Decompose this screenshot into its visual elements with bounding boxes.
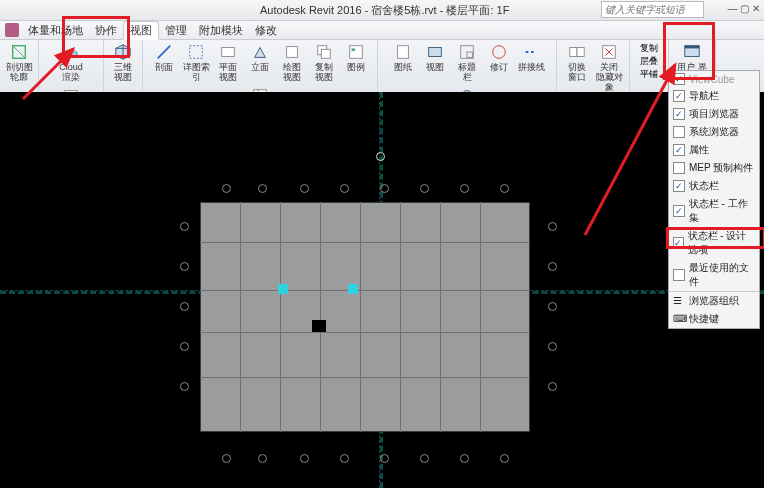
selected-element xyxy=(348,284,358,294)
menu-item-recent-files[interactable]: 最近使用的文件 xyxy=(669,259,759,291)
sheet-button[interactable]: 图纸 xyxy=(389,42,417,72)
legend-button[interactable]: 图例 xyxy=(342,42,370,72)
window-controls[interactable]: — ▢ ✕ xyxy=(727,3,760,14)
view-canvas[interactable] xyxy=(0,92,764,488)
panel-windows: 切换 窗口 关闭 隐藏对象 xyxy=(557,40,630,94)
grid-bubble xyxy=(300,454,309,463)
duplicate-view-button[interactable]: 复制 视图 xyxy=(310,42,338,82)
menu-item-system-browser[interactable]: 系统浏览器 xyxy=(669,123,759,141)
app-menu-icon[interactable] xyxy=(5,23,19,37)
grid-bubble xyxy=(420,184,429,193)
svg-rect-3 xyxy=(190,46,203,59)
panel-sheet-composition: 图纸 视图 标题 栏 修订 拼接线 视图 参照 图纸组合 xyxy=(378,40,557,94)
grid-bubble xyxy=(460,184,469,193)
menu-item-statusbar[interactable]: ✓状态栏 xyxy=(669,177,759,195)
section-button[interactable]: 剖面 xyxy=(150,42,178,72)
void-element xyxy=(312,320,326,332)
svg-rect-14 xyxy=(467,52,472,57)
grid-bubble xyxy=(340,454,349,463)
tree-icon: ☰ xyxy=(673,295,685,307)
svg-rect-21 xyxy=(685,46,699,49)
menu-item-viewcube[interactable]: ✓ViewCube xyxy=(669,71,759,87)
switch-windows-button[interactable]: 切换 窗口 xyxy=(563,42,591,82)
grid-bubble xyxy=(222,184,231,193)
svg-rect-17 xyxy=(570,48,577,57)
menu-item-mep-fab[interactable]: MEP 预制构件 xyxy=(669,159,759,177)
panel-render: Cloud 渲染 渲染 库 xyxy=(39,40,104,94)
cube-icon xyxy=(113,42,133,62)
grid-bubble xyxy=(548,342,557,351)
ribbon-tabs: 体量和场地 协作 视图 管理 附加模块 修改 xyxy=(0,21,764,40)
grid-bubble xyxy=(548,222,557,231)
grid-bubble xyxy=(500,184,509,193)
svg-rect-9 xyxy=(352,48,356,51)
callout-icon xyxy=(186,42,206,62)
menu-item-statusbar-worksets[interactable]: ✓状态栏 - 工作集 xyxy=(669,195,759,227)
svg-point-1 xyxy=(65,50,78,57)
grid-bubble xyxy=(258,184,267,193)
panel-3d: 三维 视图 xyxy=(104,40,143,94)
panel-tile: 复制 层叠 平铺 xyxy=(630,40,669,94)
tab-modify[interactable]: 修改 xyxy=(249,22,283,39)
elevation-marker xyxy=(376,152,385,161)
keyboard-icon: ⌨ xyxy=(673,313,685,325)
elevation-button[interactable]: 立面 xyxy=(246,42,274,72)
drafting-view-button[interactable]: 绘图 视图 xyxy=(278,42,306,82)
grid-bubble xyxy=(420,454,429,463)
tab-view[interactable]: 视图 xyxy=(123,21,159,40)
callout-button[interactable]: 详图索引 xyxy=(182,42,210,82)
switch-icon xyxy=(567,42,587,62)
grid-bubble xyxy=(180,262,189,271)
replicate-button[interactable]: 复制 xyxy=(640,42,658,55)
grid-bubble xyxy=(460,454,469,463)
svg-rect-7 xyxy=(321,49,330,58)
plan-view-button[interactable]: 平面 视图 xyxy=(214,42,242,82)
grid-bubble xyxy=(180,342,189,351)
svg-rect-8 xyxy=(350,46,363,59)
menu-item-project-browser[interactable]: ✓项目浏览器 xyxy=(669,105,759,123)
revision-icon xyxy=(489,42,509,62)
close-hidden-icon xyxy=(599,42,619,62)
sheet-icon xyxy=(393,42,413,62)
cloud-render-button[interactable]: Cloud 渲染 xyxy=(57,42,85,82)
menu-item-statusbar-design[interactable]: ✓状态栏 - 设计选项 xyxy=(669,227,759,259)
svg-rect-5 xyxy=(287,47,298,58)
ribbon: 剖切图 轮廓 Cloud 渲染 渲染 库 三维 视图 剖 xyxy=(0,40,764,95)
menu-item-navbar[interactable]: ✓导航栏 xyxy=(669,87,759,105)
cut-profile-button[interactable]: 剖切图 轮廓 xyxy=(5,42,33,82)
grid-bubble xyxy=(340,184,349,193)
tile-button[interactable]: 平铺 xyxy=(640,68,658,81)
panel-create: 剖面 详图索引 平面 视图 立面 绘图 视图 复制 视图 图例 明细表 创建 xyxy=(143,40,378,94)
tab-collaborate[interactable]: 协作 xyxy=(89,22,123,39)
legend-icon xyxy=(346,42,366,62)
selected-element xyxy=(278,284,288,294)
matchline-button[interactable]: 拼接线 xyxy=(517,42,545,72)
user-interface-menu: ✓ViewCube ✓导航栏 ✓项目浏览器 系统浏览器 ✓属性 MEP 预制构件… xyxy=(668,70,760,329)
titleblock-icon xyxy=(457,42,477,62)
elevation-icon xyxy=(250,42,270,62)
grid-bubble xyxy=(180,302,189,311)
grid-bubble xyxy=(258,454,267,463)
panel-cut: 剖切图 轮廓 xyxy=(0,40,39,94)
svg-point-15 xyxy=(493,46,506,59)
duplicate-icon xyxy=(314,42,334,62)
tab-manage[interactable]: 管理 xyxy=(159,22,193,39)
menu-item-browser-org[interactable]: ☰浏览器组织 xyxy=(669,292,759,310)
grid-bubble xyxy=(222,454,231,463)
menu-item-shortcuts[interactable]: ⌨快捷键 xyxy=(669,310,759,328)
3d-view-button[interactable]: 三维 视图 xyxy=(109,42,137,82)
view-icon xyxy=(425,42,445,62)
svg-rect-11 xyxy=(398,46,409,59)
floor-plan xyxy=(200,202,530,432)
tab-addins[interactable]: 附加模块 xyxy=(193,22,249,39)
titleblock-button[interactable]: 标题 栏 xyxy=(453,42,481,82)
close-hidden-button[interactable]: 关闭 隐藏对象 xyxy=(595,42,623,92)
svg-rect-12 xyxy=(429,48,442,57)
menu-item-properties[interactable]: ✓属性 xyxy=(669,141,759,159)
revisions-button[interactable]: 修订 xyxy=(485,42,513,72)
tab-mass-site[interactable]: 体量和场地 xyxy=(22,22,89,39)
view-button[interactable]: 视图 xyxy=(421,42,449,72)
search-input[interactable] xyxy=(601,1,704,18)
grid-bubble xyxy=(548,302,557,311)
cascade-button[interactable]: 层叠 xyxy=(640,55,658,68)
